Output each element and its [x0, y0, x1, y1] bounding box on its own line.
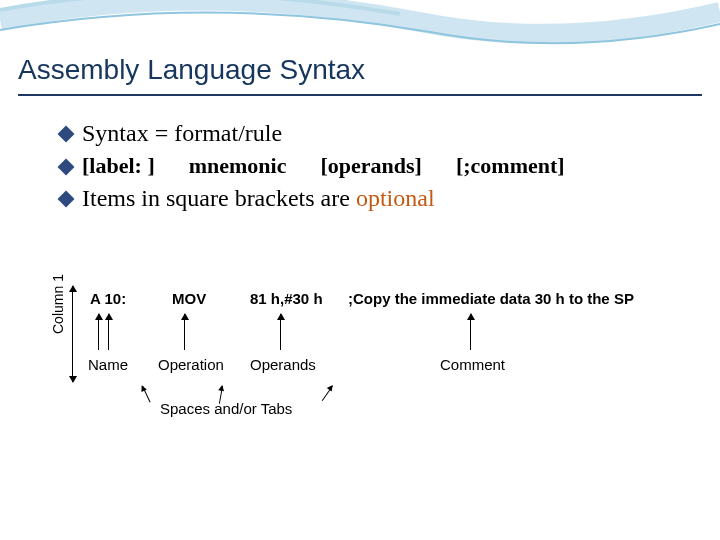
ex-mnemonic: MOV [172, 290, 206, 307]
arrow-up-icon [98, 314, 99, 350]
bullet-icon [58, 159, 75, 176]
ex-label: A 10: [90, 290, 126, 307]
spaces-label: Spaces and/or Tabs [160, 400, 292, 417]
fmt-comment: [;comment] [456, 153, 565, 178]
arrow-up-icon [470, 314, 471, 350]
fmt-operands: [operands] [320, 153, 421, 178]
lbl-comment: Comment [440, 356, 505, 373]
ex-comment: ;Copy the immediate data 30 h to the SP [348, 290, 634, 307]
optional-prefix: Items in square brackets are [82, 185, 356, 211]
arrow-up-icon [108, 314, 109, 350]
slide-title: Assembly Language Syntax [18, 54, 365, 86]
bullet-list: Syntax = format/rule [label: ]mnemonic[o… [60, 120, 680, 218]
fmt-label: [label: ] [82, 153, 155, 178]
bullet-format: [label: ]mnemonic[operands][;comment] [82, 153, 565, 179]
arrow-up-icon [184, 314, 185, 350]
title-rule [18, 94, 702, 96]
column1-extent-arrow [72, 286, 73, 382]
fmt-mnemonic: mnemonic [189, 153, 287, 178]
lbl-name: Name [88, 356, 128, 373]
bullet-icon [58, 126, 75, 143]
bullet-optional: Items in square brackets are optional [82, 185, 435, 212]
ex-operands: 81 h,#30 h [250, 290, 323, 307]
bullet-syntax: Syntax = format/rule [82, 120, 282, 147]
column1-label: Column 1 [50, 274, 66, 334]
optional-word: optional [356, 185, 435, 211]
bullet-icon [58, 191, 75, 208]
lbl-operation: Operation [158, 356, 224, 373]
lbl-operands: Operands [250, 356, 316, 373]
arrow-up-icon [280, 314, 281, 350]
